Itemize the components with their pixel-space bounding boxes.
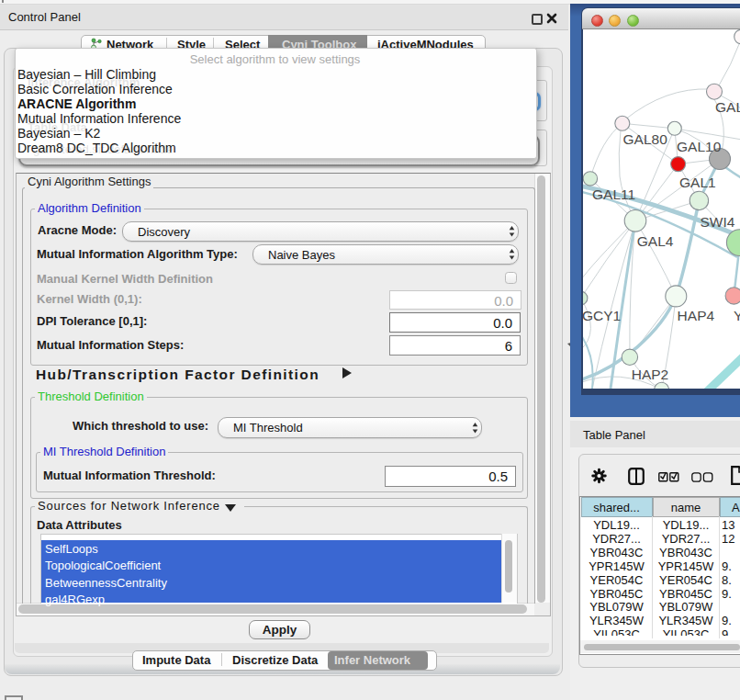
svg-text:GAL80: GAL80 — [623, 131, 668, 147]
svg-text:SWI4: SWI4 — [701, 214, 735, 230]
svg-text:GAL4: GAL4 — [637, 233, 674, 249]
svg-text:GAL10: GAL10 — [677, 139, 722, 154]
svg-text:GAL: GAL — [715, 99, 740, 115]
svg-text:GCY1: GCY1 — [583, 308, 621, 323]
svg-text:HAP2: HAP2 — [632, 367, 669, 382]
svg-text:HAP4: HAP4 — [678, 308, 715, 323]
svg-text:GAL1: GAL1 — [679, 175, 716, 190]
svg-text:Y: Y — [734, 308, 740, 323]
svg-text:GAL11: GAL11 — [592, 186, 635, 202]
